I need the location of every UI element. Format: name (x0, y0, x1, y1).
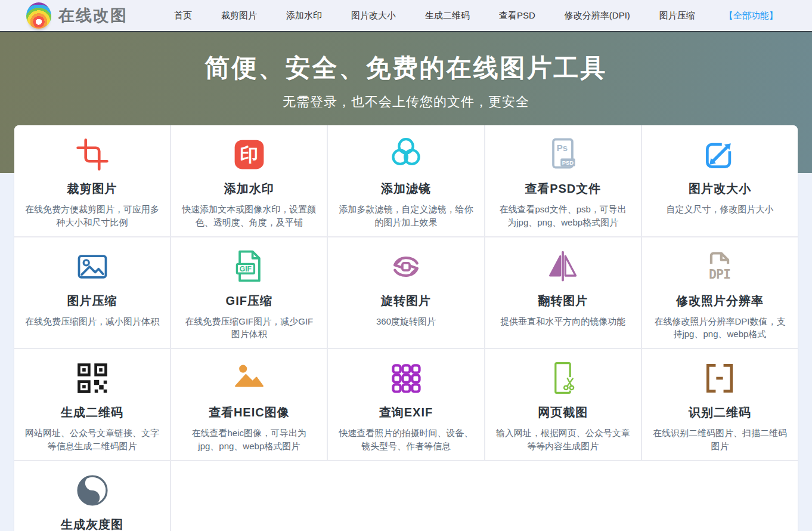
qrcode-icon (25, 360, 159, 397)
tool-desc: 网站网址、公众号文章链接、文字等信息生成二维码图片 (25, 427, 159, 453)
nav-link-1[interactable]: 裁剪图片 (221, 10, 257, 21)
svg-text:GIF: GIF (240, 264, 252, 273)
tool-desc: 自定义尺寸，修改图片大小 (653, 203, 787, 216)
tool-card-gif-file[interactable]: GIFGIF压缩在线免费压缩GIF图片，减少GIF图片体积 (171, 237, 327, 348)
flip-icon (496, 248, 630, 285)
brand-title: 在线改图 (58, 5, 128, 26)
hero-title: 简便、安全、免费的在线图片工具 (0, 51, 812, 85)
psd-file-icon: PsPSD (496, 136, 630, 173)
tool-title: 裁剪图片 (25, 181, 159, 197)
tool-title: 修改照片分辨率 (653, 293, 787, 309)
tool-title: 图片压缩 (25, 293, 159, 309)
tool-title: 查询EXIF (339, 405, 473, 421)
tool-desc: 输入网址，根据网页、公众号文章等等内容生成图片 (496, 427, 630, 453)
tool-desc: 在线免费压缩图片，减小图片体积 (25, 315, 159, 328)
resize-icon (653, 136, 787, 173)
site-header: 在线改图 首页裁剪图片添加水印图片改大小生成二维码查看PSD修改分辨率(DPI)… (0, 0, 812, 32)
grayscale-icon (25, 472, 159, 509)
tool-card-qr-scan[interactable]: 识别二维码在线识别二维码图片、扫描二维码图片 (642, 349, 798, 460)
svg-text:PSD: PSD (562, 160, 574, 166)
tool-title: 添加滤镜 (339, 181, 473, 197)
nav-link-0[interactable]: 首页 (174, 10, 192, 21)
tool-title: 生成二维码 (25, 405, 159, 421)
tools-grid: 裁剪图片在线免费方便裁剪图片，可应用多种大小和尺寸比例印添加水印快速添加文本或图… (14, 125, 798, 531)
tool-desc: 在线识别二维码图片、扫描二维码图片 (653, 427, 787, 453)
tool-card-crop[interactable]: 裁剪图片在线免费方便裁剪图片，可应用多种大小和尺寸比例 (14, 125, 170, 236)
svg-text:印: 印 (240, 144, 258, 165)
tool-card-rotate[interactable]: 旋转图片360度旋转图片 (328, 237, 484, 348)
svg-text:Ps: Ps (557, 143, 568, 153)
image-compress-icon (25, 248, 159, 285)
tool-desc: 添加多款滤镜，自定义滤镜，给你的图片加上效果 (339, 203, 473, 229)
tool-card-psd-file[interactable]: PsPSD查看PSD文件在线查看psd文件、psb，可导出为jpg、png、we… (485, 125, 641, 236)
tool-title: 生成灰度图 (25, 517, 159, 531)
main-nav: 首页裁剪图片添加水印图片改大小生成二维码查看PSD修改分辨率(DPI)图片压缩【… (174, 10, 798, 21)
tool-desc: 在线查看psd文件、psb，可导出为jpg、png、webp格式图片 (496, 203, 630, 229)
tool-title: 添加水印 (182, 181, 316, 197)
nav-link-6[interactable]: 修改分辨率(DPI) (565, 10, 630, 21)
gif-file-icon: GIF (182, 248, 316, 285)
tool-desc: 在线免费压缩GIF图片，减少GIF图片体积 (182, 315, 316, 341)
hero-subtitle: 无需登录，也不会上传您的文件，更安全 (0, 93, 812, 111)
dpi-file-icon: DPI (653, 248, 787, 285)
rotate-icon (339, 248, 473, 285)
qr-scan-icon (653, 360, 787, 397)
tool-desc: 快速查看照片的拍摄时间、设备、镜头型号、作者等信息 (339, 427, 473, 453)
tool-title: 识别二维码 (653, 405, 787, 421)
tool-desc: 快速添加文本或图像水印，设置颜色、透明度、角度，及平铺 (182, 203, 316, 229)
tool-card-filter-circles[interactable]: 添加滤镜添加多款滤镜，自定义滤镜，给你的图片加上效果 (328, 125, 484, 236)
tool-title: 翻转图片 (496, 293, 630, 309)
tool-card-exif-grid[interactable]: 查询EXIF快速查看照片的拍摄时间、设备、镜头型号、作者等信息 (328, 349, 484, 460)
tool-desc: 在线查看heic图像，可导出为jpg、png、webp格式图片 (182, 427, 316, 453)
crop-icon (25, 136, 159, 173)
tool-desc: 360度旋转图片 (339, 315, 473, 328)
rainbow-logo-icon (26, 2, 51, 29)
tool-card-webpage-cut[interactable]: 网页截图输入网址，根据网页、公众号文章等等内容生成图片 (485, 349, 641, 460)
stamp-icon: 印 (182, 136, 316, 173)
tool-card-stamp[interactable]: 印添加水印快速添加文本或图像水印，设置颜色、透明度、角度，及平铺 (171, 125, 327, 236)
nav-link-2[interactable]: 添加水印 (286, 10, 322, 21)
tool-title: 旋转图片 (339, 293, 473, 309)
tool-card-flip[interactable]: 翻转图片提供垂直和水平方向的镜像功能 (485, 237, 641, 348)
tool-title: 查看HEIC图像 (182, 405, 316, 421)
tool-title: 网页截图 (496, 405, 630, 421)
heic-image-icon (182, 360, 316, 397)
tool-card-dpi-file[interactable]: DPI修改照片分辨率在线修改照片分辨率DPI数值，支持jpg、png、webp格… (642, 237, 798, 348)
exif-grid-icon (339, 360, 473, 397)
tool-title: 图片改大小 (653, 181, 787, 197)
tool-title: 查看PSD文件 (496, 181, 630, 197)
tool-desc: 在线修改照片分辨率DPI数值，支持jpg、png、webp格式 (653, 315, 787, 341)
nav-link-4[interactable]: 生成二维码 (425, 10, 470, 21)
tool-card-grayscale[interactable]: 生成灰度图将图片转成灰度图、黑白图片 (14, 461, 170, 531)
svg-text:DPI: DPI (709, 266, 730, 281)
tool-card-image-compress[interactable]: 图片压缩在线免费压缩图片，减小图片体积 (14, 237, 170, 348)
webpage-cut-icon (496, 360, 630, 397)
nav-link-3[interactable]: 图片改大小 (351, 10, 396, 21)
tool-card-heic-image[interactable]: 查看HEIC图像在线查看heic图像，可导出为jpg、png、webp格式图片 (171, 349, 327, 460)
filter-circles-icon (339, 136, 473, 173)
tool-desc: 在线免费方便裁剪图片，可应用多种大小和尺寸比例 (25, 203, 159, 229)
grid-empty-cell (171, 461, 798, 531)
nav-link-7[interactable]: 图片压缩 (659, 10, 695, 21)
nav-link-8[interactable]: 【全部功能】 (724, 10, 778, 21)
nav-link-5[interactable]: 查看PSD (499, 10, 535, 21)
tool-card-qrcode[interactable]: 生成二维码网站网址、公众号文章链接、文字等信息生成二维码图片 (14, 349, 170, 460)
tool-desc: 提供垂直和水平方向的镜像功能 (496, 315, 630, 328)
tool-title: GIF压缩 (182, 293, 316, 309)
tool-card-resize[interactable]: 图片改大小自定义尺寸，修改图片大小 (642, 125, 798, 236)
main-content: 裁剪图片在线免费方便裁剪图片，可应用多种大小和尺寸比例印添加水印快速添加文本或图… (0, 125, 812, 531)
brand[interactable]: 在线改图 (26, 2, 128, 29)
